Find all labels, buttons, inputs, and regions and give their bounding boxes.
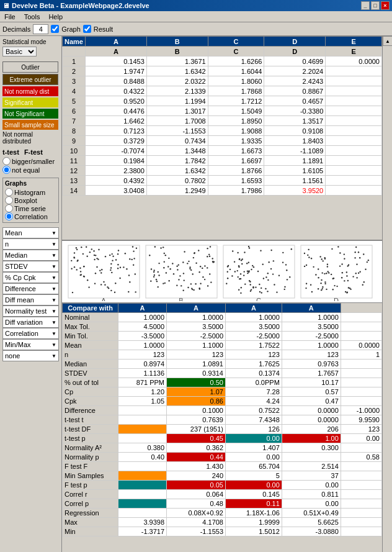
- svg-point-84: [96, 266, 97, 268]
- close-button[interactable]: ×: [381, 1, 390, 10]
- svg-point-93: [207, 248, 208, 249]
- svg-point-11: [129, 281, 130, 283]
- outlier-button[interactable]: Outlier: [2, 61, 58, 73]
- svg-point-18: [115, 259, 117, 260]
- radio-correlation[interactable]: Correlation: [5, 212, 56, 220]
- svg-point-172: [242, 258, 243, 260]
- svg-point-125: [182, 290, 184, 291]
- svg-point-164: [183, 273, 184, 274]
- ttest-label: t-test: [2, 148, 19, 156]
- decimals-input[interactable]: [33, 24, 48, 34]
- dropdown-stdev[interactable]: STDEV▼: [2, 261, 59, 272]
- col-name-header: Name: [63, 37, 86, 47]
- svg-point-128: [198, 250, 199, 251]
- dropdown-diff-variation[interactable]: Diff variation▼: [2, 317, 59, 328]
- dropdown-difference[interactable]: Difference▼: [2, 283, 59, 294]
- svg-point-215: [274, 284, 275, 285]
- right-scrollbar[interactable]: ▲ ▼: [382, 36, 392, 552]
- scroll-thumb: [383, 46, 392, 552]
- dropdown-min/max[interactable]: Min/Max▼: [2, 339, 59, 350]
- table-row: 5: [63, 96, 86, 106]
- stat-mode-select[interactable]: Basic: [2, 47, 37, 57]
- svg-point-221: [228, 265, 229, 266]
- svg-point-321: [333, 278, 334, 279]
- svg-point-176: [248, 246, 249, 247]
- scroll-up-button[interactable]: ▲: [383, 36, 392, 46]
- graph-checkbox[interactable]: [51, 25, 59, 33]
- svg-point-184: [231, 275, 233, 276]
- svg-point-115: [178, 279, 179, 280]
- svg-point-56: [110, 290, 112, 291]
- data-table: Name A B C D E A B C D E: [62, 36, 382, 196]
- svg-point-89: [202, 268, 203, 269]
- svg-point-29: [111, 272, 112, 273]
- svg-point-14: [100, 272, 102, 273]
- menu-file[interactable]: File: [2, 12, 17, 21]
- result-checkbox[interactable]: [83, 25, 91, 33]
- svg-point-66: [98, 249, 99, 250]
- menu-tools[interactable]: Tools: [22, 12, 42, 21]
- svg-point-46: [96, 258, 97, 259]
- svg-point-27: [79, 268, 81, 269]
- svg-point-247: [250, 291, 251, 292]
- maximize-button[interactable]: □: [371, 1, 380, 10]
- svg-point-248: [322, 286, 323, 287]
- dropdown-none[interactable]: none▼: [2, 350, 59, 361]
- minimize-button[interactable]: _: [361, 1, 370, 10]
- svg-point-111: [163, 247, 164, 248]
- table-row: 14: [63, 186, 86, 196]
- svg-point-310: [362, 284, 363, 286]
- svg-point-303: [344, 258, 345, 260]
- dropdown-n[interactable]: n▼: [2, 238, 59, 250]
- stats-table-container[interactable]: Compare with A A A A Nominal1.00001.0000…: [62, 303, 382, 552]
- svg-point-244: [248, 262, 249, 263]
- svg-point-304: [321, 258, 323, 260]
- svg-point-259: [339, 265, 341, 266]
- dropdown-median[interactable]: Median▼: [2, 250, 59, 261]
- toolbar: Decimals Graph Result: [0, 22, 392, 36]
- dropdown-mean[interactable]: Mean▼: [2, 227, 59, 238]
- svg-point-227: [238, 265, 239, 266]
- radio-not-equal[interactable]: [2, 166, 11, 174]
- svg-point-207: [261, 292, 262, 293]
- dropdown-correlation[interactable]: Correlation▼: [2, 328, 59, 339]
- svg-point-157: [184, 251, 185, 252]
- svg-point-104: [189, 266, 190, 268]
- svg-point-280: [365, 269, 366, 270]
- svg-point-124: [176, 265, 177, 266]
- svg-point-158: [182, 261, 184, 263]
- radio-timeserie[interactable]: Time serie: [5, 204, 56, 212]
- radio-boxplot[interactable]: Boxplot: [5, 196, 56, 204]
- svg-text:C: C: [256, 297, 261, 301]
- svg-point-300: [367, 261, 368, 263]
- svg-point-252: [359, 257, 360, 258]
- dropdown-normality-test[interactable]: Normality test▼: [2, 305, 59, 317]
- svg-point-108: [209, 273, 210, 274]
- menu-help[interactable]: Help: [47, 12, 65, 21]
- radio-histogram[interactable]: Histogram: [5, 188, 56, 196]
- svg-point-241: [265, 276, 267, 278]
- svg-point-142: [167, 266, 169, 267]
- svg-point-294: [308, 256, 310, 258]
- svg-point-204: [262, 264, 264, 265]
- radio-bigger-smaller[interactable]: [2, 157, 11, 165]
- svg-point-42: [88, 286, 89, 287]
- subheader-a: A: [85, 47, 146, 57]
- svg-point-116: [172, 263, 173, 264]
- svg-point-202: [253, 266, 254, 268]
- svg-point-60: [95, 255, 96, 256]
- svg-point-59: [76, 269, 78, 270]
- extreme-outlier-button[interactable]: Extreme outlier: [2, 74, 58, 85]
- dropdown-%-cp-cpk[interactable]: % Cp Cpk▼: [2, 272, 59, 283]
- stats-row-label: Regression: [63, 509, 118, 518]
- svg-point-160: [208, 254, 210, 255]
- svg-point-311: [308, 249, 309, 250]
- svg-point-62: [94, 255, 95, 256]
- svg-point-137: [164, 261, 165, 262]
- svg-point-67: [71, 268, 72, 269]
- svg-point-307: [345, 291, 346, 292]
- dropdown-diff-mean[interactable]: Diff mean▼: [2, 294, 59, 305]
- svg-point-203: [285, 264, 287, 265]
- svg-point-48: [115, 283, 116, 284]
- left-dropdowns: Mean▼n▼Median▼STDEV▼% Cp Cpk▼Difference▼…: [2, 227, 59, 361]
